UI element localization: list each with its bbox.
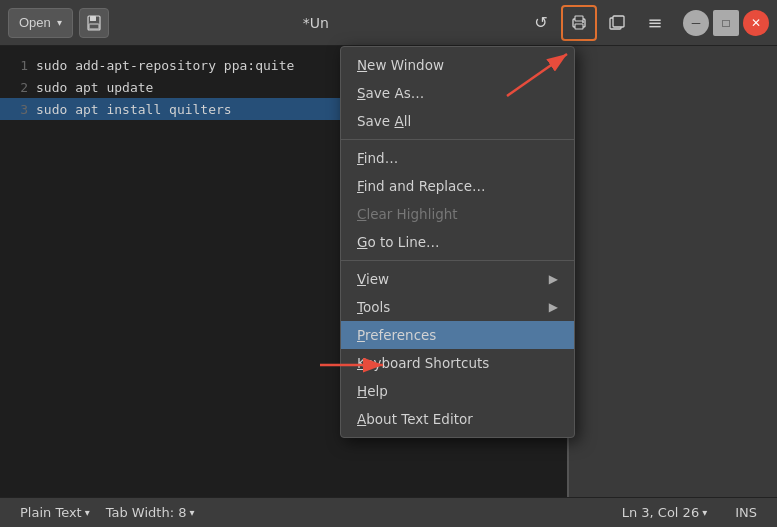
menu-item-new-window[interactable]: New Window: [341, 51, 574, 79]
menu-item-goto-line[interactable]: Go to Line…: [341, 228, 574, 256]
menu-item-clear-highlight: Clear Highlight: [341, 200, 574, 228]
print-button[interactable]: [561, 5, 597, 41]
position-indicator[interactable]: Ln 3, Col 26 ▾: [614, 505, 716, 520]
open-chevron-icon: ▾: [57, 17, 62, 28]
toolbar-icons: ↺ ≡: [523, 5, 673, 41]
refresh-button[interactable]: ↺: [523, 5, 559, 41]
minimize-button[interactable]: ─: [683, 10, 709, 36]
menu-item-tools[interactable]: Tools ▶: [341, 293, 574, 321]
svg-rect-5: [575, 24, 583, 29]
position-arrow-icon: ▾: [702, 507, 707, 518]
svg-rect-8: [613, 16, 624, 27]
menu-item-help[interactable]: Help: [341, 377, 574, 405]
open-button[interactable]: Open ▾: [8, 8, 73, 38]
menu-separator-1: [341, 139, 574, 140]
right-panel: [567, 46, 777, 497]
menu-item-find-replace[interactable]: Find and Replace…: [341, 172, 574, 200]
plain-text-arrow-icon: ▾: [85, 507, 90, 518]
status-right: Ln 3, Col 26 ▾ INS: [614, 505, 765, 520]
hamburger-button[interactable]: ≡: [637, 5, 673, 41]
menu-item-view[interactable]: View ▶: [341, 265, 574, 293]
tools-arrow-icon: ▶: [549, 300, 558, 314]
menu-item-find[interactable]: Find…: [341, 144, 574, 172]
menu-item-preferences[interactable]: Preferences: [341, 321, 574, 349]
menu-item-about[interactable]: About Text Editor: [341, 405, 574, 433]
plain-text-label: Plain Text: [20, 505, 82, 520]
save-icon-button[interactable]: [79, 8, 109, 38]
clone-button[interactable]: [599, 5, 635, 41]
menu-item-save-as[interactable]: Save As…: [341, 79, 574, 107]
menu-item-save-all[interactable]: Save All: [341, 107, 574, 135]
titlebar: Open ▾ *Un ↺ ≡ ─ □: [0, 0, 777, 46]
window-controls: ─ □ ✕: [683, 10, 769, 36]
close-button[interactable]: ✕: [743, 10, 769, 36]
tab-width-arrow-icon: ▾: [189, 507, 194, 518]
open-label: Open: [19, 15, 51, 30]
maximize-button[interactable]: □: [713, 10, 739, 36]
position-label: Ln 3, Col 26: [622, 505, 699, 520]
svg-rect-2: [89, 24, 99, 29]
svg-rect-4: [575, 16, 583, 21]
menu-item-keyboard-shortcuts[interactable]: Keyboard Shortcuts: [341, 349, 574, 377]
view-arrow-icon: ▶: [549, 272, 558, 286]
dropdown-menu: New Window Save As… Save All Find… Find …: [340, 46, 575, 438]
window-title: *Un: [115, 15, 517, 31]
insert-mode-indicator: INS: [727, 505, 765, 520]
plain-text-selector[interactable]: Plain Text ▾: [12, 505, 98, 520]
svg-rect-1: [90, 16, 96, 21]
tab-width-label: Tab Width: 8: [106, 505, 187, 520]
statusbar: Plain Text ▾ Tab Width: 8 ▾ Ln 3, Col 26…: [0, 497, 777, 527]
tab-width-selector[interactable]: Tab Width: 8 ▾: [98, 505, 203, 520]
menu-separator-2: [341, 260, 574, 261]
insert-label: INS: [735, 505, 757, 520]
svg-point-6: [582, 21, 584, 23]
